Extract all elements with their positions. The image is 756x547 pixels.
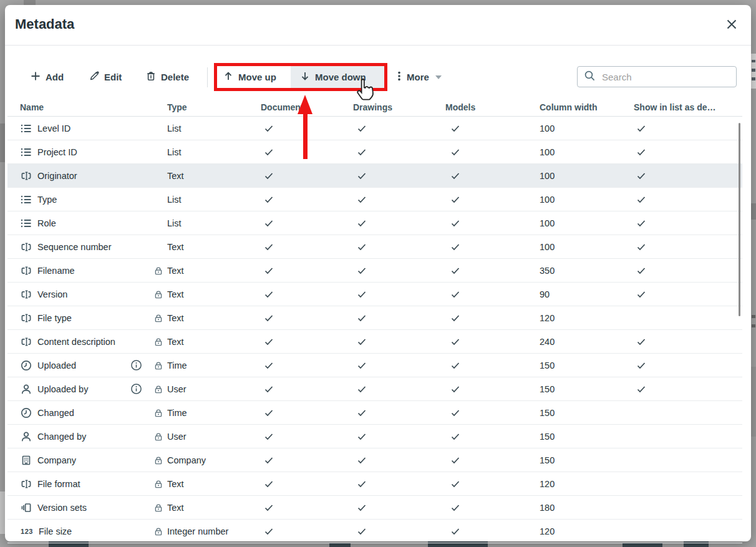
table-row[interactable]: 123 Content description Text xyxy=(7,330,742,354)
table-row[interactable]: 123 Changed Time xyxy=(7,401,742,425)
documents-check-cell xyxy=(261,384,353,394)
header-models: Models xyxy=(445,102,540,112)
table-row[interactable]: 123 Uploaded Time xyxy=(7,354,742,377)
models-check-cell xyxy=(445,313,540,323)
column-width-cell: 100 xyxy=(540,123,634,133)
documents-check-cell xyxy=(261,123,353,133)
field-name-label: File format xyxy=(37,479,80,489)
table-row[interactable]: 123 Role List xyxy=(7,211,742,235)
check-icon xyxy=(636,384,646,394)
table-row[interactable]: 123 Version sets Text xyxy=(7,496,742,520)
show-in-list-check-cell xyxy=(634,218,742,228)
field-type-label: Text xyxy=(167,266,184,276)
models-check-cell xyxy=(445,147,540,157)
add-button[interactable]: Add xyxy=(30,66,64,88)
table-row[interactable]: 123 Level ID List xyxy=(7,117,742,140)
check-icon xyxy=(264,384,274,394)
table-row[interactable]: 123 Company Company xyxy=(7,448,742,472)
check-icon xyxy=(636,361,646,370)
field-name-label: Level ID xyxy=(37,123,70,133)
models-check-cell xyxy=(445,479,540,489)
column-width-value: 100 xyxy=(540,171,555,181)
edit-button[interactable]: Edit xyxy=(89,66,122,88)
user-icon xyxy=(20,383,32,395)
overlay-artifact xyxy=(752,77,755,80)
row-name-cell: 123 Company xyxy=(7,454,150,467)
field-name-label: Filename xyxy=(37,266,75,276)
show-in-list-check-cell xyxy=(634,242,742,252)
table-row[interactable]: 123 Changed by User xyxy=(7,425,742,448)
drawings-check-cell xyxy=(353,455,445,465)
row-name-cell: 123 Filename xyxy=(7,264,150,277)
table-row[interactable]: 123 File size Integer number xyxy=(7,520,742,543)
column-width-value: 150 xyxy=(540,408,555,418)
documents-check-cell xyxy=(261,361,353,370)
field-type-label: Time xyxy=(167,408,187,418)
row-type-cell: Integer number xyxy=(150,526,261,536)
row-type-cell: Text xyxy=(150,479,261,489)
models-check-cell xyxy=(445,361,540,370)
documents-check-cell xyxy=(261,171,353,181)
dialog-header: Metadata xyxy=(5,5,751,46)
table-row[interactable]: 123 Uploaded by User xyxy=(7,377,742,401)
text-field-icon xyxy=(20,478,32,490)
field-type-label: List xyxy=(167,147,182,157)
documents-check-cell xyxy=(261,195,353,205)
check-icon xyxy=(264,479,274,489)
move-down-button[interactable]: Move down xyxy=(291,66,385,88)
info-icon[interactable] xyxy=(130,359,142,371)
search-box xyxy=(577,66,737,87)
arrow-up-icon xyxy=(223,70,234,84)
column-width-value: 100 xyxy=(540,123,555,133)
check-icon xyxy=(264,289,274,299)
table-row[interactable]: 123 Type List xyxy=(7,188,742,211)
models-check-cell xyxy=(445,455,540,465)
metadata-table: Name Type Documents Drawings Models Colu… xyxy=(7,99,742,543)
info-icon[interactable] xyxy=(130,383,142,395)
table-row[interactable]: 123 Filename Text xyxy=(7,259,742,283)
field-type-label: Text xyxy=(167,479,184,489)
column-width-value: 240 xyxy=(540,337,555,347)
table-row[interactable]: 123 Version Text xyxy=(7,283,742,306)
column-width-cell: 150 xyxy=(540,361,634,370)
row-name-cell: 123 Content description xyxy=(7,336,150,348)
check-icon xyxy=(357,195,367,205)
check-icon xyxy=(450,147,460,157)
toolbar-divider xyxy=(207,67,208,87)
overlay-artifact xyxy=(752,324,755,327)
show-in-list-check-cell xyxy=(634,479,742,489)
table-row[interactable]: 123 File format Text xyxy=(7,472,742,496)
models-check-cell xyxy=(445,123,540,133)
vertical-scrollbar[interactable] xyxy=(739,123,740,316)
field-type-label: Text xyxy=(167,313,184,323)
drawings-check-cell xyxy=(353,432,445,442)
close-button[interactable] xyxy=(721,15,742,36)
search-input[interactable] xyxy=(601,71,730,83)
more-button[interactable]: More xyxy=(396,66,442,88)
check-icon xyxy=(264,242,274,252)
table-row[interactable]: 123 Originator Text xyxy=(7,164,742,188)
check-icon xyxy=(450,313,460,323)
table-row[interactable]: 123 Sequence number Text xyxy=(7,235,742,259)
check-icon xyxy=(264,313,274,323)
table-row[interactable]: 123 File type Text xyxy=(7,306,742,330)
check-icon xyxy=(450,361,460,370)
delete-button[interactable]: Delete xyxy=(145,66,189,88)
table-row[interactable]: 123 Project ID List xyxy=(7,140,742,164)
check-icon xyxy=(357,408,367,418)
check-icon xyxy=(450,242,460,252)
metadata-dialog: Metadata Add Edit xyxy=(5,5,751,541)
show-in-list-check-cell xyxy=(634,503,742,513)
move-up-button[interactable]: Move up xyxy=(217,66,291,88)
column-width-value: 180 xyxy=(540,503,555,513)
row-type-cell: Text xyxy=(150,266,261,276)
field-type-label: Text xyxy=(167,289,184,299)
field-type-label: List xyxy=(167,123,182,133)
kebab-menu-icon xyxy=(396,70,402,84)
check-icon xyxy=(264,171,274,181)
column-width-cell: 350 xyxy=(540,266,634,276)
header-drawings: Drawings xyxy=(353,102,445,112)
drawings-check-cell xyxy=(353,337,445,347)
drawings-check-cell xyxy=(353,503,445,513)
check-icon xyxy=(636,123,646,133)
